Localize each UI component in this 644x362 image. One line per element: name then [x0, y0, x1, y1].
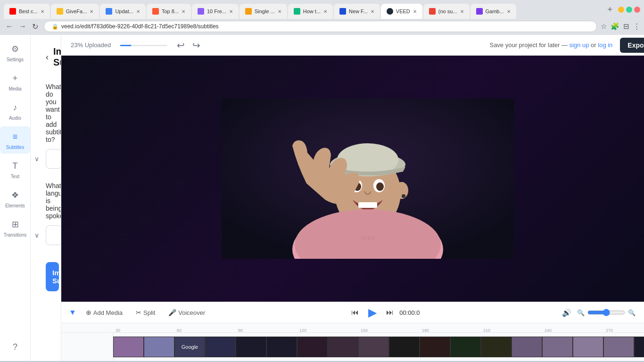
tab-favicon — [387, 8, 393, 15]
extension-icon[interactable]: 🧩 — [611, 22, 619, 31]
settings-icon: ⚙ — [8, 42, 22, 56]
mic-icon: 🎤 — [168, 309, 176, 316]
thumb-5 — [236, 337, 266, 357]
zoom-in-icon[interactable]: 🔍 — [628, 309, 636, 316]
track-thumbnails: Google — [113, 333, 644, 361]
bookmark-icon[interactable]: ☆ — [601, 22, 607, 31]
thumb-7 — [297, 337, 328, 357]
tab-favicon — [245, 8, 252, 15]
filter-icon[interactable]: ▼ — [69, 308, 76, 317]
panel-title: Import Subtitles — [53, 46, 61, 68]
play-button[interactable]: ▶ — [364, 306, 380, 319]
tab-veed[interactable]: VEED✕ — [381, 4, 422, 19]
fit-button[interactable]: Fit — [641, 308, 644, 317]
sidebar-item-text[interactable]: TText — [0, 156, 30, 183]
tab-title: GiveFa... — [66, 8, 87, 14]
app-container: ⚙Settings+Media♪Audio≡SubtitlesTText❖Ele… — [0, 35, 644, 361]
tab-close-icon[interactable]: ✕ — [323, 9, 327, 14]
svg-point-13 — [395, 182, 408, 199]
tab-givefb[interactable]: GiveFa...✕ — [51, 4, 99, 19]
thumb-18 — [634, 337, 644, 357]
import-subtitles-button[interactable]: Import Subtitles — [46, 262, 59, 291]
tab-title: VEED — [396, 8, 410, 14]
sidebar-item-transitions[interactable]: ⊞Transitions — [0, 214, 30, 241]
back-nav-button[interactable]: ← — [4, 21, 15, 32]
zoom-slider[interactable] — [587, 309, 625, 316]
sign-up-link[interactable]: sign up — [570, 41, 589, 49]
video-track: Google — [113, 333, 644, 361]
sidebar-item-settings[interactable]: ⚙Settings — [0, 39, 30, 66]
svg-point-14 — [402, 194, 405, 198]
tab-close-icon[interactable]: ✕ — [41, 9, 44, 14]
minimize-button[interactable] — [618, 7, 624, 13]
tab-gamb[interactable]: Gamb...✕ — [471, 4, 516, 19]
nav-buttons: ← → ↻ — [4, 21, 40, 32]
tab-yt[interactable]: Best c...✕ — [4, 4, 50, 19]
tab-close-icon[interactable]: ✕ — [413, 9, 417, 14]
new-tab-button[interactable]: + — [607, 5, 612, 15]
upload-progress-bar — [120, 45, 167, 46]
tab-close-icon[interactable]: ✕ — [278, 9, 281, 14]
svg-point-10 — [376, 182, 384, 191]
forward-nav-button[interactable]: → — [17, 21, 28, 32]
timeline-area: ▼ ⊕ Add Media ✂ Split 🎤 Voiceover ⏮ ▶ ⏭ … — [61, 302, 644, 361]
thumb-4 — [205, 337, 236, 357]
tab-close-icon[interactable]: ✕ — [182, 9, 185, 14]
back-button[interactable]: ‹ — [46, 52, 49, 62]
split-button[interactable]: ✂ Split — [132, 307, 159, 318]
svg-text:VEED: VEED — [361, 235, 375, 241]
thumb-2 — [144, 337, 174, 357]
sidebar-item-elements[interactable]: ❖Elements — [0, 185, 30, 212]
sidebar-label-settings: Settings — [7, 57, 24, 62]
video-preview: VEED — [61, 56, 644, 302]
undo-button[interactable]: ↩ — [175, 39, 187, 52]
ruler-mark: 120 — [299, 328, 306, 333]
volume-icon[interactable]: 🔊 — [562, 308, 571, 317]
profile-menu-icon[interactable]: ⊟ — [623, 22, 629, 31]
tab-single[interactable]: Single ...✕ — [239, 4, 287, 19]
export-button[interactable]: Export ↗ — [620, 38, 644, 53]
close-button[interactable] — [634, 7, 640, 13]
thumb-12 — [450, 337, 481, 357]
tab-monday[interactable]: Top 8...✕ — [147, 4, 191, 19]
ruler-mark: 210 — [483, 328, 490, 333]
tab-updates[interactable]: Updat...✕ — [100, 4, 146, 19]
browser-menu-icon[interactable]: ⋮ — [633, 22, 640, 31]
tab-10free[interactable]: 10 Fre...✕ — [192, 4, 239, 19]
tab-gmail[interactable]: (no su...✕ — [423, 4, 470, 19]
tab-close-icon[interactable]: ✕ — [229, 9, 233, 14]
thumb-13 — [481, 337, 512, 357]
tab-close-icon[interactable]: ✕ — [90, 9, 93, 14]
sidebar-label-text: Text — [11, 174, 19, 179]
video-select[interactable]: Don't attach subtitles to a specific vid… — [46, 149, 61, 169]
thumb-16 — [573, 337, 603, 357]
thumb-1 — [113, 337, 144, 357]
thumb-11 — [420, 337, 450, 357]
skip-back-button[interactable]: ⏮ — [351, 308, 359, 317]
log-in-link[interactable]: log in — [598, 41, 612, 49]
skip-forward-button[interactable]: ⏭ — [386, 308, 394, 317]
tab-howt[interactable]: How t...✕ — [288, 4, 333, 19]
tab-close-icon[interactable]: ✕ — [460, 9, 464, 14]
redo-button[interactable]: ↪ — [190, 39, 202, 52]
sidebar-label-audio: Audio — [9, 115, 21, 121]
tab-close-icon[interactable]: ✕ — [136, 9, 140, 14]
language-select[interactable]: English — [46, 225, 61, 245]
reload-button[interactable]: ↻ — [30, 21, 40, 32]
tab-newf[interactable]: New F...✕ — [334, 4, 380, 19]
ruler-mark: 240 — [545, 328, 552, 333]
add-media-button[interactable]: ⊕ Add Media — [82, 307, 126, 318]
sidebar-item-audio[interactable]: ♪Audio — [0, 97, 30, 124]
url-bar[interactable]: 🔒 veed.io/edit/f783d6be-9226-40df-8c21-7… — [44, 21, 597, 32]
tab-close-icon[interactable]: ✕ — [371, 9, 374, 14]
thumb-6 — [266, 337, 297, 357]
voiceover-button[interactable]: 🎤 Voiceover — [165, 307, 209, 318]
sidebar-item-media[interactable]: +Media — [0, 68, 30, 95]
tab-close-icon[interactable]: ✕ — [507, 9, 511, 14]
sidebar-help-button[interactable]: ? — [0, 337, 30, 357]
tab-title: 10 Fre... — [207, 8, 226, 14]
zoom-out-icon[interactable]: 🔍 — [577, 309, 585, 316]
ssl-icon: 🔒 — [52, 24, 58, 30]
sidebar-item-subtitles[interactable]: ≡Subtitles — [0, 126, 30, 154]
maximize-button[interactable] — [626, 7, 632, 13]
